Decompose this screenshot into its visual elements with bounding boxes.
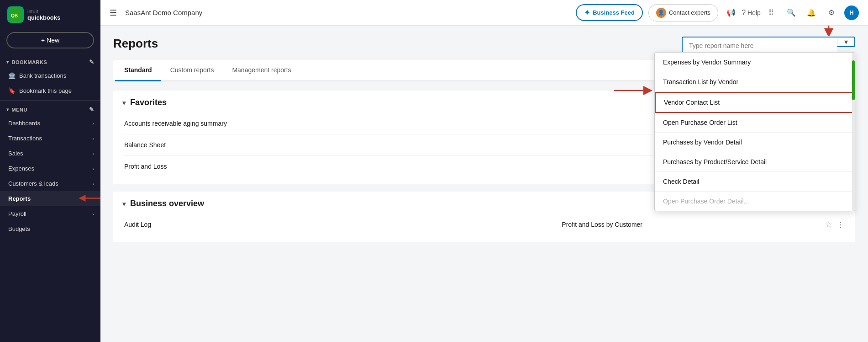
- tab-standard[interactable]: Standard: [115, 60, 161, 81]
- hamburger-icon[interactable]: ☰: [110, 8, 117, 18]
- sidebar-item-dashboards[interactable]: Dashboards ›: [0, 116, 100, 131]
- notifications-icon[interactable]: 🔔: [804, 5, 819, 20]
- dropdown-item-purchases-vendor-detail[interactable]: Purchases by Vendor Detail: [655, 133, 855, 152]
- sales-chevron-icon: ›: [92, 151, 94, 156]
- bank-icon: 🏦: [8, 72, 16, 79]
- dropdown-item-purchases-product-service[interactable]: Purchases by Product/Service Detail: [655, 152, 855, 172]
- top-red-arrow: [820, 26, 838, 36]
- dropdown-item-open-purchase-order-detail[interactable]: Open Purchase Order Detail...: [655, 192, 855, 211]
- bookmark-icon: 🔖: [8, 87, 16, 94]
- menu-chevron-icon: ▾: [6, 107, 9, 112]
- sidebar-item-payroll[interactable]: Payroll ›: [0, 206, 100, 221]
- search-icon[interactable]: 🔍: [784, 5, 799, 20]
- business-feed-button[interactable]: ✦ Business Feed: [576, 4, 643, 21]
- dropdown-item-open-purchase-order-list[interactable]: Open Purchase Order List: [655, 113, 855, 133]
- payroll-chevron-icon: ›: [92, 211, 94, 217]
- sidebar-item-reports[interactable]: Reports: [0, 191, 100, 206]
- help-icon[interactable]: ? Help: [744, 5, 758, 20]
- bookmarks-section-header[interactable]: ▾ BOOKMARKS ✎: [0, 55, 100, 68]
- content-area: Reports ▾ Standard Custom reports Manage…: [100, 26, 868, 342]
- sidebar-item-bookmark-page[interactable]: 🔖 Bookmark this page: [0, 83, 100, 98]
- vendor-contact-red-arrow: [614, 84, 655, 97]
- bookmarks-edit-icon[interactable]: ✎: [89, 59, 95, 65]
- settings-icon[interactable]: ⚙: [824, 5, 839, 20]
- svg-text:QB: QB: [11, 13, 18, 18]
- search-dropdown-button[interactable]: ▾: [837, 37, 855, 47]
- star-empty-icon[interactable]: ☆: [825, 219, 832, 230]
- menu-section-header[interactable]: ▾ MENU ✎: [0, 102, 100, 116]
- profit-loss-actions: ☆ ⋮: [825, 219, 844, 230]
- tab-custom-reports[interactable]: Custom reports: [161, 60, 223, 81]
- bookmarks-chevron-icon: ▾: [6, 59, 9, 64]
- business-overview-toggle-icon: ▾: [122, 200, 126, 208]
- logo-area: QB intuit quickbooks: [0, 0, 100, 29]
- favorites-toggle-icon: ▾: [122, 99, 126, 107]
- sidebar-divider: [0, 100, 100, 101]
- transactions-chevron-icon: ›: [92, 136, 94, 141]
- sidebar-item-expenses[interactable]: Expenses ›: [0, 161, 100, 176]
- sidebar-item-sales[interactable]: Sales ›: [0, 146, 100, 161]
- intuit-logo: QB: [7, 6, 24, 23]
- sidebar-item-customers-leads[interactable]: Customers & leads ›: [0, 176, 100, 191]
- avatar[interactable]: H: [844, 5, 859, 20]
- contact-experts-button[interactable]: 👤 Contact experts: [648, 4, 718, 21]
- more-options-business[interactable]: ⋮: [837, 220, 844, 229]
- megaphone-icon[interactable]: 📢: [724, 5, 738, 20]
- report-row-audit-log[interactable]: Audit Log Profit and Loss by Customer ☆ …: [122, 214, 846, 235]
- sidebar-item-bank-transactions[interactable]: 🏦 Bank transactions: [0, 68, 100, 83]
- dropdown-item-check-detail[interactable]: Check Detail: [655, 172, 855, 192]
- sidebar-item-transactions[interactable]: Transactions ›: [0, 131, 100, 146]
- dropdown-item-transaction-list-vendor[interactable]: Transaction List by Vendor: [655, 72, 855, 92]
- topbar: ☰ SaasAnt Demo Company ✦ Business Feed 👤…: [100, 0, 868, 26]
- business-overview-row-content: Profit and Loss by Customer ☆ ⋮: [562, 219, 844, 230]
- scrollbar-track: [852, 53, 855, 211]
- scrollbar-thumb: [852, 60, 855, 100]
- new-button[interactable]: + New: [6, 32, 94, 48]
- sidebar: QB intuit quickbooks + New ▾ BOOKMARKS ✎…: [0, 0, 100, 342]
- dashboards-chevron-icon: ›: [92, 121, 94, 126]
- expenses-chevron-icon: ›: [92, 166, 94, 171]
- menu-edit-icon[interactable]: ✎: [89, 106, 95, 113]
- customers-chevron-icon: ›: [92, 181, 94, 187]
- apps-icon[interactable]: ⠿: [764, 5, 779, 20]
- chevron-down-icon: ▾: [844, 37, 848, 46]
- dropdown-item-vendor-contact-list[interactable]: Vendor Contact List: [655, 92, 855, 113]
- logo-text: intuit quickbooks: [27, 9, 60, 21]
- reports-red-arrow: [78, 193, 100, 203]
- business-feed-icon: ✦: [584, 8, 590, 17]
- search-dropdown: Expenses by Vendor Summary Transaction L…: [654, 52, 855, 211]
- main-area: ☰ SaasAnt Demo Company ✦ Business Feed 👤…: [100, 0, 868, 342]
- company-name: SaasAnt Demo Company: [125, 9, 570, 16]
- sidebar-item-budgets[interactable]: Budgets: [0, 221, 100, 236]
- contact-avatar-icon: 👤: [656, 8, 666, 18]
- tab-management-reports[interactable]: Management reports: [223, 60, 300, 81]
- dropdown-item-expenses-vendor-summary[interactable]: Expenses by Vendor Summary: [655, 53, 855, 72]
